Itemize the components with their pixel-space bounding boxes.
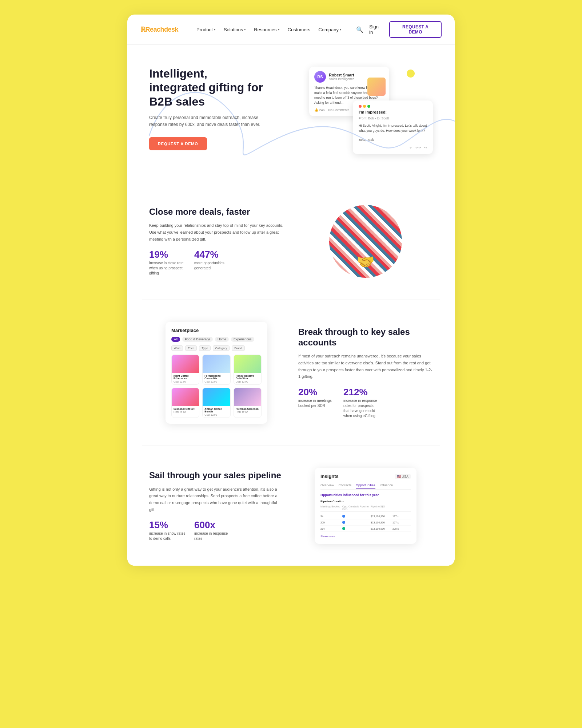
email-actions: ↩ ↩↩ ↪ <box>359 146 427 150</box>
nav-resources[interactable]: Resources ▾ <box>251 25 282 34</box>
email-card: I'm Impressed! From: Bob - to: Scott Hi … <box>353 100 433 154</box>
section-close-deals: Close more deals, faster Keep building y… <box>127 183 455 300</box>
nav-solutions[interactable]: Solutions ▾ <box>221 25 249 34</box>
mp-filters: Wine Price Type Category Brand <box>171 345 262 351</box>
mp-tab-exp[interactable]: Experiences <box>231 337 254 342</box>
badge-dot <box>342 521 345 524</box>
mp-item[interactable]: Premium Selection USD 12.00 <box>234 388 262 418</box>
mp-item-price: USD 12.00 <box>204 380 228 383</box>
stat-number: 20% <box>298 387 335 397</box>
mp-filter-wine[interactable]: Wine <box>171 345 183 351</box>
section-two-col: Marketplace All Food & Beverage Home Exp… <box>149 322 433 424</box>
stat-opportunities: 447% more opportunities generated <box>194 250 231 276</box>
hero-cta-button[interactable]: REQUEST A DEMO <box>149 137 207 150</box>
marketplace-title: Marketplace <box>171 328 262 333</box>
handshake-figure: 🤝 <box>356 253 375 270</box>
mp-item-price: USD 12.00 <box>174 411 197 414</box>
mp-item[interactable]: Night Coffee Experience USD 12.00 <box>171 355 199 385</box>
mp-item-info: Fermented to Crema Mix USD 12.00 <box>203 373 230 384</box>
mp-item-info: Premium Selection USD 12.00 <box>234 406 261 415</box>
ins-tab-overview[interactable]: Overview <box>320 482 334 489</box>
insights-label: Opportunities influenced for this year <box>320 493 411 497</box>
section-break-through: Marketplace All Food & Beverage Home Exp… <box>127 300 455 446</box>
reply-icon[interactable]: ↩ <box>410 146 412 150</box>
mp-item-price: USD 12.00 <box>204 414 228 416</box>
insights-header: Insights 🇺🇸 USA <box>320 474 411 479</box>
stat-label: increase in meetings booked per SDR <box>298 398 335 408</box>
card-user-name: Robert Smart <box>329 73 355 77</box>
mp-tab-all[interactable]: All <box>171 337 180 342</box>
badge-dot <box>342 515 345 518</box>
search-icon[interactable]: 🔍 <box>356 26 363 33</box>
break-through-stats: 20% increase in meetings booked per SDR … <box>298 387 433 419</box>
marketplace-visual: Marketplace All Food & Beverage Home Exp… <box>149 322 284 424</box>
mp-item-name: Seasonal Gift Set <box>174 408 197 410</box>
stat-number: 212% <box>343 387 380 397</box>
mp-tab-food[interactable]: Food & Beverage <box>182 337 213 342</box>
mp-filter-brand[interactable]: Brand <box>232 345 244 351</box>
sail-stats: 15% increase in show rates to demo calls… <box>149 520 284 541</box>
stat-label: increase in response rates for prospects… <box>343 398 380 419</box>
forward-icon[interactable]: ↪ <box>424 146 427 150</box>
sign-in-link[interactable]: Sign in <box>369 24 383 35</box>
ins-tab-contacts[interactable]: Contacts <box>339 482 352 489</box>
ins-tab-opportunities[interactable]: Opportunities <box>356 482 375 489</box>
mp-item[interactable]: Fermented to Crema Mix USD 12.00 <box>202 355 230 385</box>
mp-item-info: Honey Reserve Collection USD 12.00 <box>234 373 261 384</box>
sail-body: Gifting is not only a great way to get y… <box>149 486 284 513</box>
break-through-text: Break through to key sales accounts If m… <box>298 327 433 419</box>
request-demo-button[interactable]: REQUEST A DEMO <box>389 21 442 38</box>
insights-tabs: Overview Contacts Opportunities Influenc… <box>320 482 411 490</box>
close-deals-title: Close more deals, faster <box>149 207 284 217</box>
mp-item-info: Seasonal Gift Set USD 12.00 <box>172 406 199 415</box>
close-deals-text: Close more deals, faster Keep building y… <box>149 207 284 276</box>
mp-item[interactable]: Honey Reserve Collection USD 12.00 <box>234 355 262 385</box>
chevron-down-icon: ▾ <box>340 28 342 31</box>
reply-all-icon[interactable]: ↩↩ <box>415 146 421 150</box>
mp-item-info: Artisan Coffee Bundle USD 12.00 <box>203 406 230 418</box>
marketplace-tabs: All Food & Beverage Home Experiences <box>171 337 262 342</box>
ins-tab-influence[interactable]: Influence <box>380 482 393 489</box>
logo[interactable]: ℝReachdesk <box>140 25 178 33</box>
hero-section: Intelligent, integrated gifting for B2B … <box>127 45 455 183</box>
section-sail: Sail through your sales pipeline Gifting… <box>127 446 455 566</box>
stat-meetings: 20% increase in meetings booked per SDR <box>298 387 335 419</box>
stat-show-rate: 15% increase in show rates to demo calls <box>149 520 186 541</box>
mp-item-image <box>203 355 230 373</box>
stat-close-rate: 19% increase in close rate when using pr… <box>149 250 186 276</box>
mp-item[interactable]: Seasonal Gift Set USD 12.00 <box>171 388 199 418</box>
break-through-body: If most of your outreach remains unanswe… <box>298 353 433 380</box>
insights-visual: Insights 🇺🇸 USA Overview Contacts Opport… <box>298 468 433 544</box>
email-from: From: Bob - to: Scott <box>359 116 427 120</box>
card-product-image <box>367 78 386 96</box>
insights-table-header: Meetings Booked Opp. Created / Pipeline … <box>320 505 411 512</box>
show-more-link[interactable]: Show more <box>320 535 411 538</box>
badge-dot <box>342 527 345 530</box>
nav-product[interactable]: Product ▾ <box>194 25 219 34</box>
mp-item[interactable]: Artisan Coffee Bundle USD 12.00 <box>202 388 230 418</box>
dot-minimize <box>363 105 366 108</box>
insights-title: Insights <box>320 474 339 479</box>
nav-company[interactable]: Company ▾ <box>315 25 344 34</box>
nav-links: Product ▾ Solutions ▾ Resources ▾ Custom… <box>194 25 344 34</box>
mp-filter-price[interactable]: Price <box>185 345 197 351</box>
stat-response-rate: 212% increase in response rates for pros… <box>343 387 380 419</box>
mp-filter-type[interactable]: Type <box>199 345 210 351</box>
insights-card: Insights 🇺🇸 USA Overview Contacts Opport… <box>315 468 416 544</box>
dot-maximize <box>367 105 370 108</box>
mp-item-price: USD 12.00 <box>174 380 197 383</box>
stat-number: 19% <box>149 250 186 259</box>
chevron-down-icon: ▾ <box>244 28 246 31</box>
navbar: ℝReachdesk Product ▾ Solutions ▾ Resourc… <box>127 15 455 45</box>
nav-customers[interactable]: Customers <box>285 25 314 34</box>
window-dots <box>359 105 427 108</box>
mp-tab-home[interactable]: Home <box>215 337 229 342</box>
mp-item-name: Night Coffee Experience <box>174 375 197 380</box>
hero-title: Intelligent, integrated gifting for B2B … <box>149 67 266 108</box>
mp-item-image <box>203 388 230 406</box>
stat-response: 600x increase in response rates <box>194 520 231 541</box>
mp-filter-category[interactable]: Category <box>213 345 230 351</box>
marketplace-card: Marketplace All Food & Beverage Home Exp… <box>166 322 267 424</box>
insights-row: 34 $13,100,900 127 x <box>320 513 411 519</box>
mp-item-image <box>234 388 261 406</box>
